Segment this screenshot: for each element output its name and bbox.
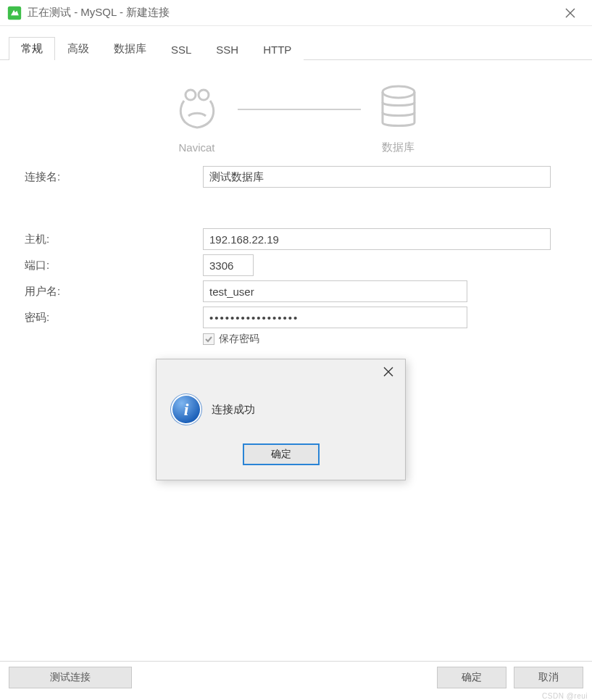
username-input[interactable] (203, 280, 467, 302)
window-close-button[interactable] (556, 0, 585, 26)
tabs: 常规 高级 数据库 SSL SSH HTTP (0, 36, 592, 60)
app-icon (7, 6, 22, 20)
tab-advanced[interactable]: 高级 (55, 37, 101, 60)
content: Navicat 数据库 连接名: 主机: 端 (0, 60, 592, 357)
watermark: CSDN @reui (542, 692, 588, 700)
tab-ssl[interactable]: SSL (159, 38, 204, 60)
password-label: 密码: (22, 311, 203, 325)
connection-form: 连接名: 主机: 端口: 用户名: 密码: 保存密码 (22, 154, 570, 357)
database-icon (375, 82, 422, 136)
save-password-checkbox[interactable] (203, 333, 214, 345)
port-label: 端口: (22, 259, 203, 272)
username-label: 用户名: (22, 285, 203, 299)
tab-general[interactable]: 常规 (9, 37, 55, 60)
ok-button[interactable]: 确定 (437, 667, 506, 688)
window-title: 正在测试 - MySQL - 新建连接 (28, 6, 170, 20)
cancel-button[interactable]: 取消 (514, 667, 583, 688)
save-password-label: 保存密码 (219, 333, 259, 346)
connection-name-label: 连接名: (22, 170, 203, 184)
svg-point-2 (199, 90, 209, 100)
port-input[interactable] (203, 254, 254, 276)
test-connection-button[interactable]: 测试连接 (9, 667, 132, 688)
message-dialog: i 连接成功 确定 (156, 359, 406, 480)
connection-diagram: Navicat 数据库 (22, 75, 570, 154)
diagram-connector-line (238, 109, 361, 110)
connection-name-input[interactable] (203, 166, 551, 188)
svg-point-3 (383, 86, 414, 98)
info-icon: i (171, 394, 201, 425)
password-input[interactable] (203, 307, 467, 328)
dialog-ok-button[interactable]: 确定 (243, 443, 320, 465)
tab-http[interactable]: HTTP (251, 38, 304, 60)
diagram-navicat-label: Navicat (178, 141, 214, 154)
titlebar: 正在测试 - MySQL - 新建连接 (0, 0, 592, 26)
dialog-message: 连接成功 (212, 403, 255, 417)
navicat-icon (171, 83, 223, 137)
bottom-bar: 测试连接 确定 取消 (0, 661, 592, 693)
tab-ssh[interactable]: SSH (204, 38, 251, 60)
host-label: 主机: (22, 233, 203, 246)
diagram-database-label: 数据库 (382, 141, 414, 154)
dialog-close-button[interactable] (376, 362, 401, 382)
host-input[interactable] (203, 228, 551, 250)
svg-point-1 (185, 90, 196, 100)
tab-database[interactable]: 数据库 (101, 37, 159, 60)
